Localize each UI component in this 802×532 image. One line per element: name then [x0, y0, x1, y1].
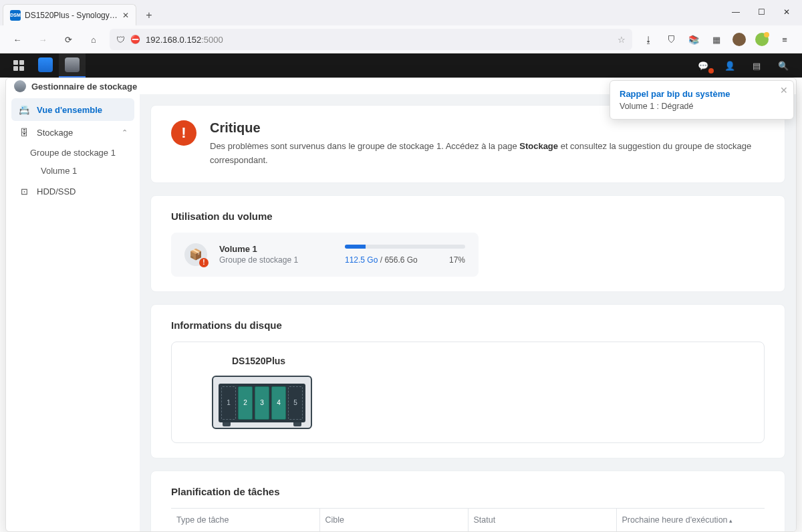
- storage-icon: 🗄: [18, 126, 30, 138]
- app-title: Gestionnaire de stockage: [31, 82, 137, 92]
- nas-model-label: DS1520Plus: [232, 356, 764, 366]
- profile-avatar[interactable]: [730, 30, 749, 49]
- sidebar-item-storage[interactable]: 🗄 Stockage ⌃: [11, 121, 134, 144]
- new-tab-button[interactable]: +: [139, 5, 159, 25]
- volume-group: Groupe de stockage 1: [219, 255, 333, 265]
- taskbar-app-storage-manager[interactable]: [59, 53, 86, 78]
- tab-title: DS1520Plus - Synology NAS: [25, 11, 118, 20]
- volume-progress-bar: [345, 245, 465, 249]
- sidebar-item-hdd-ssd[interactable]: ⊡ HDD/SSD: [11, 180, 134, 203]
- nas-diagram: 1 2 3 4 5: [212, 376, 312, 429]
- drive-bay-5[interactable]: 5: [288, 386, 303, 420]
- tab-close-icon[interactable]: ✕: [122, 11, 129, 20]
- system-beep-toast: ✕ Rappel par bip du système Volume 1 : D…: [610, 80, 794, 120]
- chevron-up-icon: ⌃: [122, 128, 128, 137]
- sidebar-label-hddssd: HDD/SSD: [37, 186, 76, 196]
- window-maximize-button[interactable]: ☐: [750, 3, 773, 21]
- task-schedule-heading: Planification de tâches: [171, 486, 765, 497]
- drive-bay-3[interactable]: 3: [255, 386, 269, 420]
- storage-manager-icon: [14, 80, 26, 92]
- col-target[interactable]: Cible: [319, 508, 468, 531]
- sidebar-item-storage-group-1[interactable]: Groupe de stockage 1: [11, 144, 134, 162]
- task-table: Type de tâche Cible Statut Prochaine heu…: [171, 508, 765, 531]
- drive-bay-4[interactable]: 4: [271, 386, 286, 420]
- library-icon[interactable]: 📚: [684, 30, 703, 49]
- window-minimize-button[interactable]: —: [724, 3, 747, 21]
- sidebar-item-volume-1[interactable]: Volume 1: [11, 162, 134, 180]
- taskbar-user-icon[interactable]: 👤: [716, 53, 743, 78]
- insecure-lock-icon[interactable]: ⛔: [130, 35, 140, 44]
- col-next-run[interactable]: Prochaine heure d'exécution: [616, 508, 765, 531]
- sidebar-item-overview[interactable]: 📇 Vue d'ensemble: [11, 98, 134, 121]
- alert-critical-icon: !: [171, 120, 196, 146]
- alert-message: Des problèmes sont survenus dans le grou…: [210, 140, 765, 168]
- drive-bay-1[interactable]: 1: [221, 386, 236, 420]
- drive-bay-2[interactable]: 2: [238, 386, 253, 420]
- extensions-icon[interactable]: ▦: [707, 30, 726, 49]
- taskbar-widgets-icon[interactable]: ▤: [743, 53, 770, 78]
- taskbar-notifications-icon[interactable]: 💬: [690, 53, 716, 78]
- save-pocket-icon[interactable]: ⭳: [639, 30, 658, 49]
- volume-name: Volume 1: [219, 244, 333, 254]
- nav-reload-button[interactable]: ⟳: [59, 30, 78, 49]
- volume-size-text: 112.5 Go / 656.6 Go: [345, 255, 418, 265]
- app-menu-icon[interactable]: ≡: [775, 30, 794, 49]
- browser-tab[interactable]: DSM DS1520Plus - Synology NAS ✕: [3, 4, 136, 25]
- address-bar[interactable]: 🛡 ⛔ 192.168.0.152:5000 ☆: [110, 29, 632, 50]
- tracking-icon[interactable]: ⛉: [662, 30, 680, 49]
- col-status[interactable]: Statut: [468, 508, 616, 531]
- disk-info-heading: Informations du disque: [171, 319, 765, 331]
- taskbar-app-control-panel[interactable]: [32, 53, 59, 78]
- toast-title: Rappel par bip du système: [620, 89, 784, 99]
- nav-home-button[interactable]: ⌂: [84, 30, 103, 49]
- overview-icon: 📇: [18, 104, 30, 116]
- bookmark-star-icon[interactable]: ☆: [618, 35, 626, 45]
- volume-row[interactable]: 📦! Volume 1 Groupe de stockage 1 112.5 G…: [171, 233, 479, 277]
- window-close-button[interactable]: ✕: [775, 3, 798, 21]
- taskbar-search-icon[interactable]: 🔍: [770, 53, 797, 78]
- url-text: 192.168.0.152:5000: [146, 35, 612, 45]
- volume-percent: 17%: [449, 255, 465, 265]
- critical-alert: ! Critique Des problèmes sont survenus d…: [171, 120, 765, 168]
- volume-icon: 📦!: [184, 243, 207, 266]
- volume-error-badge: !: [199, 258, 209, 267]
- col-task-type[interactable]: Type de tâche: [171, 508, 319, 531]
- dsm-favicon: DSM: [10, 10, 21, 21]
- alert-title: Critique: [210, 120, 765, 136]
- shield-icon[interactable]: 🛡: [116, 35, 125, 45]
- volume-usage-heading: Utilisation du volume: [171, 211, 765, 222]
- drive-icon: ⊡: [18, 185, 30, 197]
- nav-back-button[interactable]: ←: [8, 30, 27, 49]
- sidebar-label-storage: Stockage: [37, 128, 73, 138]
- extension-badge-icon[interactable]: [753, 30, 771, 49]
- toast-close-icon[interactable]: ✕: [780, 85, 788, 96]
- toast-body: Volume 1 : Dégradé: [620, 102, 784, 111]
- dsm-main-menu-button[interactable]: [5, 53, 32, 78]
- sidebar-label-overview: Vue d'ensemble: [37, 105, 102, 115]
- nav-forward-button: →: [33, 30, 52, 49]
